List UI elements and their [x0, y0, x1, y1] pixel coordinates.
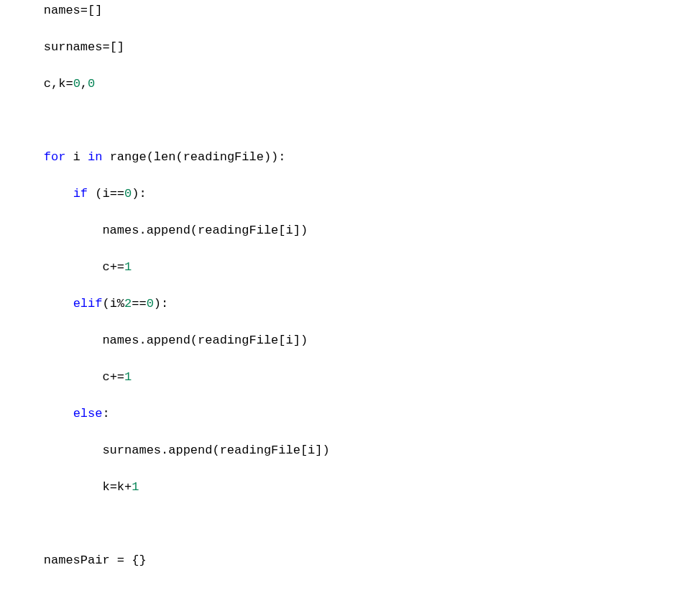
- token-id: i: [285, 224, 293, 237]
- code-line[interactable]: else:: [0, 405, 680, 423]
- token-id: append: [168, 443, 212, 457]
- token-op: ]): [315, 443, 329, 457]
- code-line[interactable]: elif(i%2==0):: [0, 295, 680, 313]
- code-line[interactable]: [0, 111, 680, 130]
- token-op: =[]: [81, 4, 103, 17]
- token-id: k: [58, 77, 65, 91]
- token-kw: if: [73, 187, 88, 201]
- code-line[interactable]: names.append(readingFile[i]): [0, 331, 680, 350]
- token-id: i: [102, 187, 109, 201]
- token-op: =: [65, 77, 73, 91]
- token-op: ,: [81, 77, 88, 91]
- token-op: +: [124, 480, 132, 494]
- token-id: append: [147, 224, 190, 237]
- token-num: 1: [124, 260, 132, 274]
- token-op: ):: [132, 187, 146, 201]
- token-op: ]): [293, 334, 308, 347]
- token-kw: elif: [73, 297, 103, 311]
- token-id: i: [308, 443, 315, 457]
- code-line[interactable]: surnames.append(readingFile[i]): [0, 441, 680, 460]
- token-kw: for: [44, 150, 66, 164]
- token-num: 0: [147, 297, 154, 311]
- token-op: :: [102, 407, 109, 420]
- token-op: (: [147, 150, 154, 164]
- token-op: =: [110, 480, 117, 494]
- token-id: range: [102, 150, 146, 164]
- token-op: .: [139, 334, 146, 347]
- code-line[interactable]: c+=1: [0, 258, 680, 277]
- token-kw: else: [73, 407, 103, 420]
- token-id: readingFile: [220, 443, 300, 457]
- code-editor[interactable]: names=[] surnames=[] c,k=0,0 for i in ra…: [0, 0, 680, 616]
- token-op: .: [161, 443, 168, 457]
- token-op: +=: [110, 260, 124, 274]
- token-op: (: [190, 224, 198, 237]
- code-line[interactable]: [0, 515, 680, 533]
- token-id: append: [147, 334, 190, 347]
- token-op: ]): [293, 224, 308, 237]
- token-op: %: [117, 297, 124, 311]
- token-op: =[]: [102, 40, 124, 54]
- token-id: k: [117, 480, 124, 494]
- token-id: namesPair: [44, 553, 117, 567]
- token-op: ,: [51, 77, 58, 91]
- token-id: i: [110, 297, 117, 311]
- token-num: 0: [88, 77, 95, 91]
- token-id: names: [102, 334, 139, 347]
- token-op: +=: [110, 370, 124, 384]
- token-op: )):: [264, 150, 286, 164]
- token-id: readingFile: [198, 224, 278, 237]
- token-id: names: [102, 224, 139, 237]
- token-num: 0: [73, 77, 81, 91]
- code-line[interactable]: for i in range(len(readingFile)):: [0, 148, 680, 167]
- code-line[interactable]: namesPair = {}: [0, 551, 680, 570]
- token-op: [: [300, 443, 308, 457]
- code-line[interactable]: surnames=[]: [0, 38, 680, 57]
- token-kw: in: [88, 150, 102, 164]
- token-id: k: [102, 480, 109, 494]
- code-line[interactable]: k=k+1: [0, 478, 680, 497]
- code-line[interactable]: c+=1: [0, 368, 680, 387]
- token-op: ==: [132, 297, 146, 311]
- token-id: readingFile: [198, 334, 278, 347]
- code-line[interactable]: c,k=0,0: [0, 75, 680, 93]
- token-num: 0: [124, 187, 132, 201]
- token-op: = {}: [117, 553, 147, 567]
- token-op: (: [212, 443, 219, 457]
- token-id: i: [65, 150, 88, 164]
- token-id: i: [285, 334, 293, 347]
- token-num: 1: [124, 370, 132, 384]
- token-op: [: [278, 334, 285, 347]
- token-id: surnames: [44, 40, 103, 54]
- token-op: (: [102, 297, 109, 311]
- token-op: (: [190, 334, 198, 347]
- token-num: 2: [124, 297, 132, 311]
- token-op: (: [175, 150, 183, 164]
- token-id: names: [44, 4, 81, 17]
- token-id: c: [44, 77, 51, 91]
- token-id: c: [102, 260, 109, 274]
- token-id: surnames: [102, 443, 161, 457]
- code-line[interactable]: if (i==0):: [0, 185, 680, 203]
- token-op: .: [139, 224, 146, 237]
- token-id: len: [154, 150, 176, 164]
- token-op: ==: [110, 187, 124, 201]
- token-id: readingFile: [183, 150, 264, 164]
- token-op: ):: [154, 297, 168, 311]
- code-line[interactable]: names=[]: [0, 1, 680, 20]
- token-id: c: [102, 370, 109, 384]
- code-line[interactable]: [0, 588, 680, 607]
- token-op: [: [278, 224, 285, 237]
- token-num: 1: [132, 480, 139, 494]
- token-op: (: [88, 187, 102, 201]
- code-line[interactable]: names.append(readingFile[i]): [0, 221, 680, 240]
